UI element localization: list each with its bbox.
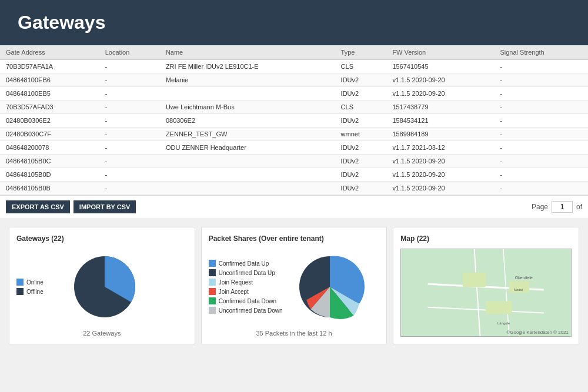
table-row[interactable]: 048648105B0B-IDUv2v1.1.5 2020-09-20- <box>0 182 588 195</box>
table-row[interactable]: 048648100EB5-IDUv2v1.1.5 2020-09-20- <box>0 87 588 100</box>
table-cell-5: - <box>494 182 588 195</box>
gateways-pie-svg <box>66 249 143 325</box>
table-cell-0: 048648105B0C <box>0 155 99 168</box>
pagination-of-label: of <box>576 203 582 211</box>
header: Gateways <box>0 0 588 45</box>
table-cell-4: v1.1.5 2020-09-20 <box>386 73 494 87</box>
packet-shares-chart-title: Packet Shares (Over entire tenant) <box>209 234 380 243</box>
table-cell-0: 70B3D57AFA1A <box>0 60 99 73</box>
table-cell-2 <box>160 155 335 168</box>
table-cell-0: 02480B0306E2 <box>0 114 99 128</box>
table-cell-0: 048648105B0B <box>0 182 99 195</box>
gateways-chart-title: Gateways (22) <box>16 234 188 243</box>
packet-shares-chart-subtitle: 35 Packets in the last 12 h <box>256 330 332 337</box>
unconfirmed-down-label: Unconfirmed Data Down <box>219 307 283 314</box>
page-title: Gateways <box>18 12 570 33</box>
table-row[interactable]: 70B3D57AFA1A-ZRI FE Miller IDUv2 LE910C1… <box>0 60 588 73</box>
gateways-chart-card: Gateways (22) Online Offline <box>9 227 195 344</box>
table-cell-1: - <box>99 141 160 155</box>
gateways-chart-content: Online Offline 22 Gateways <box>16 249 188 337</box>
gateways-pie-container: Online Offline <box>16 249 188 325</box>
table-cell-2: 080306E2 <box>160 114 335 128</box>
table-cell-5: - <box>494 73 588 87</box>
pagination-input[interactable] <box>552 201 573 213</box>
online-label: Online <box>26 279 44 286</box>
table-section: Gate Address Location Name Type FW Versi… <box>0 45 588 218</box>
join-request-swatch <box>209 279 216 286</box>
table-footer: EXPORT AS CSV IMPORT BY CSV Page of <box>0 195 588 218</box>
legend-join-accept: Join Accept <box>209 288 283 295</box>
table-cell-3: IDUv2 <box>335 73 387 87</box>
table-cell-5: - <box>494 168 588 182</box>
table-cell-4: 1589984189 <box>386 128 494 141</box>
table-cell-0: 048648100EB5 <box>0 87 99 100</box>
table-cell-4: v1.1.7 2021-03-12 <box>386 141 494 155</box>
table-cell-5: - <box>494 87 588 100</box>
join-accept-swatch <box>209 288 216 295</box>
map-chart-card: Map (22) Oberdiefe Nodai Längule ©Google… <box>393 227 579 344</box>
offline-color-swatch <box>16 288 24 295</box>
table-cell-3: IDUv2 <box>335 87 387 100</box>
table-cell-4: v1.1.5 2020-09-20 <box>386 168 494 182</box>
table-cell-3: IDUv2 <box>335 114 387 128</box>
table-cell-2: ZENNER_TEST_GW <box>160 128 335 141</box>
table-cell-4: 1567410545 <box>386 60 494 73</box>
table-cell-3: IDUv2 <box>335 155 387 168</box>
table-actions: EXPORT AS CSV IMPORT BY CSV <box>6 200 136 213</box>
packet-shares-pie-container: Confirmed Data Up Unconfirmed Data Up Jo… <box>209 249 380 325</box>
map-chart-title: Map (22) <box>400 234 572 243</box>
offline-label: Offline <box>26 289 44 295</box>
table-cell-1: - <box>99 114 160 128</box>
table-row[interactable]: 048648200078-ODU ZENNER HeadquarterIDUv2… <box>0 141 588 155</box>
table-cell-2: ODU ZENNER Headquarter <box>160 141 335 155</box>
table-cell-2 <box>160 182 335 195</box>
import-csv-button[interactable]: IMPORT BY CSV <box>74 200 136 213</box>
gateways-table: Gate Address Location Name Type FW Versi… <box>0 45 588 195</box>
table-cell-4: v1.1.5 2020-09-20 <box>386 155 494 168</box>
table-cell-4: v1.1.5 2020-09-20 <box>386 87 494 100</box>
col-type: Type <box>335 45 387 60</box>
packet-shares-legend: Confirmed Data Up Unconfirmed Data Up Jo… <box>209 260 283 314</box>
table-cell-5: - <box>494 60 588 73</box>
table-cell-0: 70B3D57AFAD3 <box>0 100 99 114</box>
col-fw-version: FW Version <box>386 45 494 60</box>
map-placeholder[interactable]: Oberdiefe Nodai Längule ©Google Kartenda… <box>400 249 572 337</box>
legend-join-request: Join Request <box>209 279 283 286</box>
table-cell-1: - <box>99 155 160 168</box>
export-csv-button[interactable]: EXPORT AS CSV <box>6 200 70 213</box>
packet-shares-chart-content: Confirmed Data Up Unconfirmed Data Up Jo… <box>209 249 380 337</box>
table-row[interactable]: 048648100EB6-MelanieIDUv2v1.1.5 2020-09-… <box>0 73 588 87</box>
table-row[interactable]: 70B3D57AFAD3-Uwe Leichtmann M-BusCLS1517… <box>0 100 588 114</box>
table-row[interactable]: 048648105B0D-IDUv2v1.1.5 2020-09-20- <box>0 168 588 182</box>
pagination: Page of <box>532 201 582 213</box>
table-cell-3: CLS <box>335 100 387 114</box>
join-accept-label: Join Accept <box>219 289 249 295</box>
table-cell-4: 1517438779 <box>386 100 494 114</box>
confirmed-down-label: Confirmed Data Down <box>219 298 276 304</box>
table-cell-2 <box>160 87 335 100</box>
table-cell-1: - <box>99 182 160 195</box>
table-cell-1: - <box>99 73 160 87</box>
table-cell-3: IDUv2 <box>335 168 387 182</box>
table-cell-3: CLS <box>335 60 387 73</box>
table-cell-5: - <box>494 100 588 114</box>
table-cell-2 <box>160 168 335 182</box>
charts-section: Gateways (22) Online Offline <box>0 218 588 353</box>
table-row[interactable]: 02480B030C7F-ZENNER_TEST_GWwmnet15899841… <box>0 128 588 141</box>
table-row[interactable]: 02480B0306E2-080306E2IDUv21584534121- <box>0 114 588 128</box>
svg-text:Nodai: Nodai <box>514 288 523 292</box>
table-cell-0: 02480B030C7F <box>0 128 99 141</box>
legend-confirmed-up: Confirmed Data Up <box>209 260 283 267</box>
table-cell-1: - <box>99 168 160 182</box>
table-row[interactable]: 048648105B0C-IDUv2v1.1.5 2020-09-20- <box>0 155 588 168</box>
table-cell-5: - <box>494 141 588 155</box>
map-svg: Oberdiefe Nodai Längule <box>401 249 571 336</box>
svg-text:Oberdiefe: Oberdiefe <box>515 276 533 280</box>
table-cell-2: ZRI FE Miller IDUv2 LE910C1-E <box>160 60 335 73</box>
col-location: Location <box>99 45 160 60</box>
col-name: Name <box>160 45 335 60</box>
table-cell-0: 048648105B0D <box>0 168 99 182</box>
unconfirmed-up-label: Unconfirmed Data Up <box>219 270 275 276</box>
table-cell-1: - <box>99 60 160 73</box>
gateways-legend: Online Offline <box>16 279 58 295</box>
